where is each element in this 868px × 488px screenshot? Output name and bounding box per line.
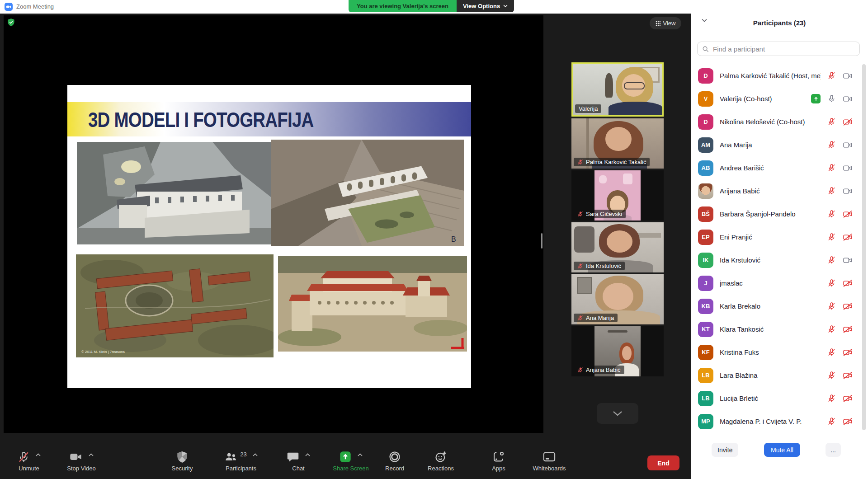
participant-row[interactable]: KT Klara Tankosić [691, 318, 862, 341]
toolbar-button-label: Stop Video [67, 465, 95, 472]
slide-annotation-b: B [451, 235, 456, 243]
show-more-thumbnails-button[interactable] [597, 403, 638, 424]
toolbar-button-label: Unmute [19, 465, 39, 472]
participant-name: Ida Krstulović [720, 256, 821, 264]
toolbar-button[interactable]: Chat [278, 449, 319, 475]
toolbar-button[interactable]: Record [375, 449, 415, 475]
view-options-button[interactable]: View Options [457, 0, 514, 12]
invite-button[interactable]: Invite [712, 443, 738, 457]
video-thumbnail[interactable]: Ana Marija [571, 274, 664, 324]
sharing-banner: You are viewing Valerija's screen View O… [349, 0, 514, 12]
participant-row[interactable]: MP Magdalena P. i Cvijeta V. P. [691, 410, 862, 433]
participant-avatar: IK [698, 253, 713, 268]
toolbar-button[interactable]: 23 Participants [216, 449, 266, 475]
camera-off-icon [843, 418, 853, 426]
mic-on-icon [827, 94, 836, 103]
participants-panel-header: Participants (23) [691, 17, 868, 28]
participant-row[interactable]: KB Karla Brekalo [691, 295, 862, 318]
participant-avatar: KB [698, 299, 713, 314]
end-meeting-button[interactable]: End [647, 455, 679, 470]
toolbar-button[interactable]: Whiteboards [522, 449, 576, 475]
apps-icon [492, 450, 505, 463]
participant-row[interactable]: V Valerija (Co-host) [691, 87, 862, 110]
view-layout-button[interactable]: View [650, 17, 681, 29]
thumbnail-name-label: Valerija [575, 104, 601, 113]
camera-on-icon [843, 164, 853, 172]
thumbnail-name-label: Arijana Babić [574, 366, 624, 374]
participant-name: Kristina Fuks [720, 348, 821, 356]
participant-search-box[interactable] [697, 42, 860, 56]
video-camera-icon [69, 451, 83, 463]
collapse-panel-button[interactable] [699, 18, 710, 23]
participant-name: Arijana Babić [720, 187, 821, 195]
camera-on-icon [843, 72, 853, 80]
participant-name: Klara Tankosić [720, 325, 821, 333]
participant-row[interactable]: EP Eni Pranjić [691, 225, 862, 249]
panel-scrollbar[interactable] [862, 64, 866, 430]
mic-muted-icon [827, 417, 836, 426]
reactions-icon [434, 450, 447, 463]
thumbnail-name-label: Ana Marija [574, 314, 618, 322]
video-thumbnail[interactable]: Arijana Babić [571, 326, 664, 376]
mic-muted-icon [827, 279, 836, 287]
viewing-status-text: You are viewing Valerija's screen [349, 0, 457, 12]
mute-all-button[interactable]: Mute All [764, 443, 800, 457]
chevron-up-icon[interactable] [253, 453, 258, 456]
participant-row[interactable]: Arijana Babić [691, 179, 862, 202]
video-thumbnail[interactable]: Ida Krstulović [571, 222, 664, 272]
camera-on-icon [843, 187, 853, 195]
camera-off-icon [843, 371, 853, 380]
participant-row[interactable]: KF Kristina Fuks [691, 341, 862, 364]
participant-name: Barbara Španjol-Pandelo [720, 210, 821, 218]
participant-row[interactable]: D Palma Karković Takalić (Host, me) [691, 64, 862, 87]
participant-row[interactable]: D Nikolina Belošević (Co-host) [691, 110, 862, 133]
toolbar-button[interactable]: Security [161, 449, 203, 475]
video-thumbnail[interactable]: Sara Gičevski [571, 170, 664, 221]
participant-row[interactable]: AM Ana Marija [691, 133, 862, 156]
mic-muted-icon [827, 187, 836, 195]
toolbar-button[interactable]: Unmute [6, 449, 52, 475]
mic-muted-icon [827, 256, 836, 264]
presentation-slide: 3D MODELI I FOTOGRAFIJA [67, 85, 471, 388]
shared-screen-scrollbar[interactable] [541, 233, 542, 249]
toolbar-button-label: Share Screen [333, 465, 369, 472]
participant-row[interactable]: IK Ida Krstulović [691, 249, 862, 272]
mic-muted-icon [827, 325, 836, 333]
mic-muted-icon [827, 210, 836, 218]
slide-image-aerial-excavation: © 2011 M. Klein | 7reasons [76, 254, 274, 357]
participant-row[interactable]: LB Lucija Brletić [691, 387, 862, 410]
slide-image-arcade-courtyard: B [271, 140, 464, 246]
chevron-up-icon[interactable] [358, 453, 363, 456]
video-thumbnail[interactable]: Palma Karković Takalić [571, 118, 664, 169]
chevron-up-icon[interactable] [305, 453, 310, 456]
participant-row[interactable]: J jmaslac [691, 272, 862, 295]
slide-copyright: © 2011 M. Klein | 7reasons [81, 350, 125, 354]
video-thumbnail[interactable]: Valerija [571, 62, 664, 117]
zoom-meeting-window: Zoom Meeting ✕ You are viewing Valerija'… [0, 0, 868, 488]
more-options-button[interactable]: ... [826, 443, 841, 457]
encryption-shield-icon[interactable] [7, 18, 15, 27]
camera-on-icon [843, 256, 853, 264]
participants-panel-title: Participants (23) [691, 19, 868, 27]
window-title: Zoom Meeting [16, 3, 54, 10]
search-input[interactable] [712, 45, 855, 53]
participant-row[interactable]: AB Andrea Barišić [691, 156, 862, 179]
toolbar-button[interactable]: Reactions [420, 449, 462, 475]
chevron-up-icon[interactable] [89, 453, 94, 456]
participant-row[interactable]: BŠ Barbara Španjol-Pandelo [691, 202, 862, 225]
chevron-up-icon[interactable] [36, 453, 41, 456]
participant-name: Nikolina Belošević (Co-host) [720, 118, 821, 126]
participant-name: Andrea Barišić [720, 164, 821, 172]
participant-avatar: KT [698, 322, 713, 337]
participant-row[interactable]: LB Lara Blažina [691, 364, 862, 387]
camera-off-icon [843, 118, 853, 126]
slide-image-villa-render [278, 256, 467, 352]
thumbnail-name-label: Sara Gičevski [574, 210, 626, 218]
toolbar-button-label: Chat [292, 465, 304, 472]
toolbar-button[interactable]: Stop Video [58, 449, 105, 475]
participant-name: Valerija (Co-host) [720, 95, 805, 103]
mic-muted-icon [827, 302, 836, 310]
camera-on-icon [843, 141, 853, 149]
toolbar-button[interactable]: Apps [479, 449, 519, 475]
toolbar-button[interactable]: Share Screen [326, 449, 375, 475]
